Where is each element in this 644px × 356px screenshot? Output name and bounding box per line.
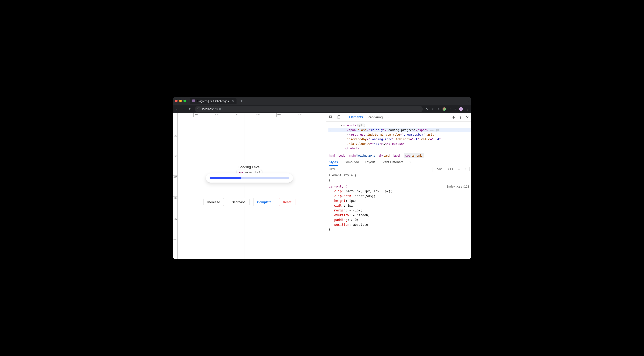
new-style-rule-button[interactable]: ＋ — [455, 166, 463, 171]
ruler-tick: 200 — [172, 155, 178, 158]
css-declaration[interactable]: width: 1px; — [328, 203, 469, 208]
ruler-tick: 100 — [193, 113, 198, 117]
crumb[interactable]: body — [338, 154, 345, 157]
rule-close: } — [328, 178, 469, 183]
tab-event-listeners[interactable]: Event Listeners — [380, 160, 403, 166]
rendered-page: 100 200 300 400 500 600 100 200 300 400 … — [172, 113, 326, 259]
css-source-link[interactable]: index.css:111 — [446, 184, 469, 189]
css-declaration[interactable]: height: 1px; — [328, 199, 469, 203]
rule-close: } — [328, 227, 469, 232]
url-port: :3000 — [215, 107, 222, 111]
css-declaration[interactable]: position: absolute; — [328, 223, 469, 227]
inspect-element-icon[interactable] — [329, 115, 333, 120]
tab-elements[interactable]: Elements — [348, 114, 363, 120]
toolbar-right: ⇱ ⇪ ☆ ✦ ≡ ⋮ — [426, 107, 469, 111]
maximize-icon[interactable] — [184, 100, 186, 102]
crumb[interactable]: main#loading-zone — [349, 154, 375, 157]
css-rules[interactable]: element.style { } .sr-only { index.css:1… — [326, 172, 472, 259]
extensions-icon[interactable]: ✦ — [449, 107, 452, 111]
ruler-tick: 200 — [214, 113, 218, 117]
cls-toggle[interactable]: .cls — [444, 166, 455, 171]
progress-track — [210, 177, 289, 179]
ruler-tick: 100 — [172, 134, 178, 137]
crumb[interactable]: html — [329, 154, 335, 157]
titlebar: Progress | GUI Challenges ✕ + ⌄ — [172, 97, 472, 105]
tab-styles[interactable]: Styles — [329, 160, 338, 166]
gear-icon[interactable]: ⚙ — [452, 115, 455, 119]
tab-computed[interactable]: Computed — [344, 160, 359, 166]
css-declaration[interactable]: padding: ▸ 0; — [328, 218, 469, 223]
element-style-label: element.style { — [328, 173, 356, 178]
svg-rect-1 — [338, 115, 340, 119]
kebab-menu-icon[interactable]: ⋮ — [466, 107, 469, 111]
reset-button[interactable]: Reset — [279, 198, 296, 206]
open-external-icon[interactable]: ⇱ — [426, 107, 428, 111]
css-selector[interactable]: .sr-only { — [328, 184, 347, 189]
favicon-icon — [192, 99, 195, 102]
progress-fill — [210, 177, 242, 179]
ruler-horizontal: 100 200 300 400 500 600 — [172, 113, 326, 117]
styles-tabs-overflow-icon[interactable]: » — [409, 160, 411, 166]
ruler-tick: 600 — [297, 113, 302, 117]
css-declaration[interactable]: margin: ▸ -1px; — [328, 208, 469, 213]
computed-toggle-icon[interactable] — [465, 167, 470, 171]
browser-tab[interactable]: Progress | GUI Challenges ✕ — [190, 98, 236, 104]
ruler-tick: 500 — [172, 217, 178, 220]
forward-button[interactable]: → — [182, 107, 186, 111]
content-split: 100 200 300 400 500 600 100 200 300 400 … — [172, 113, 472, 259]
reading-list-icon[interactable]: ≡ — [454, 107, 456, 111]
minimize-icon[interactable] — [179, 100, 182, 102]
crumb[interactable]: div.card — [379, 154, 390, 157]
dom-tree[interactable]: ▼<label>grid ⋯<span class="sr-only">Load… — [326, 122, 472, 152]
device-toggle-icon[interactable] — [337, 115, 341, 120]
grid-badge[interactable]: grid — [357, 124, 365, 127]
dom-breadcrumb[interactable]: html body main#loading-zone div.card lab… — [326, 152, 472, 159]
styles-tabs: Styles Computed Layout Event Listeners » — [326, 159, 472, 166]
ruler-tick: 300 — [235, 113, 239, 117]
close-tab-icon[interactable]: ✕ — [232, 99, 234, 103]
crumb-selected[interactable]: span.sr-only — [404, 153, 424, 158]
kebab-icon[interactable]: ⋮ — [459, 115, 462, 119]
demo-controls: Increase Decrease Complete Reset — [204, 198, 296, 206]
window-controls — [175, 100, 186, 102]
styles-filter-row: :hov .cls ＋ — [326, 166, 472, 172]
tab-title: Progress | GUI Challenges — [197, 99, 229, 103]
decrease-button[interactable]: Decrease — [228, 198, 250, 206]
ruler-tick: 400 — [256, 113, 260, 117]
tabs-overflow-icon[interactable]: ⌄ — [466, 99, 469, 103]
hov-toggle[interactable]: :hov — [432, 166, 444, 171]
share-icon[interactable]: ⇪ — [431, 107, 434, 111]
ruler-vertical: 100 200 300 400 500 600 — [172, 113, 178, 259]
inspect-guide-vertical — [244, 113, 244, 259]
styles-filter-input[interactable] — [326, 166, 432, 172]
page-title: Loading Level — [172, 165, 326, 169]
ruler-tick: 400 — [172, 196, 178, 199]
css-declaration[interactable]: clip-path: inset(50%); — [328, 194, 469, 199]
profile-avatar-icon[interactable] — [459, 107, 463, 111]
devtools-panel: Elements Rendering » ⚙ ⋮ ✕ ▼<label>grid … — [326, 113, 472, 259]
progress-card — [206, 173, 293, 183]
devtools-tabs: Elements Rendering » ⚙ ⋮ ✕ — [326, 113, 472, 122]
complete-button[interactable]: Complete — [253, 198, 275, 206]
ruler-tick: 500 — [276, 113, 281, 117]
new-tab-button[interactable]: + — [238, 99, 245, 103]
tabs-overflow-icon[interactable]: » — [387, 115, 390, 120]
dom-selected-node[interactable]: ⋯<span class="sr-only">Loading progress<… — [328, 128, 470, 132]
toolbar: ← → ⟳ ⓘ localhost:3000 ⇱ ⇪ ☆ ✦ ≡ ⋮ — [172, 105, 472, 113]
increase-button[interactable]: Increase — [204, 198, 224, 206]
close-icon[interactable] — [175, 100, 178, 102]
reload-button[interactable]: ⟳ — [188, 107, 192, 111]
browser-window: Progress | GUI Challenges ✕ + ⌄ ← → ⟳ ⓘ … — [172, 97, 472, 259]
extension-icon[interactable] — [442, 107, 446, 111]
close-devtools-icon[interactable]: ✕ — [466, 115, 469, 120]
css-declaration[interactable]: clip: rect(1px, 1px, 1px, 1px); — [328, 189, 469, 194]
bookmark-icon[interactable]: ☆ — [437, 107, 440, 111]
site-info-icon[interactable]: ⓘ — [198, 107, 200, 111]
address-bar[interactable]: ⓘ localhost:3000 — [195, 106, 423, 112]
back-button[interactable]: ← — [175, 107, 179, 111]
crumb[interactable]: label — [393, 154, 400, 157]
url-host: localhost — [202, 107, 214, 111]
tab-rendering[interactable]: Rendering — [367, 115, 383, 120]
css-declaration[interactable]: overflow: ▸ hidden; — [328, 213, 469, 218]
tab-layout[interactable]: Layout — [365, 160, 375, 166]
